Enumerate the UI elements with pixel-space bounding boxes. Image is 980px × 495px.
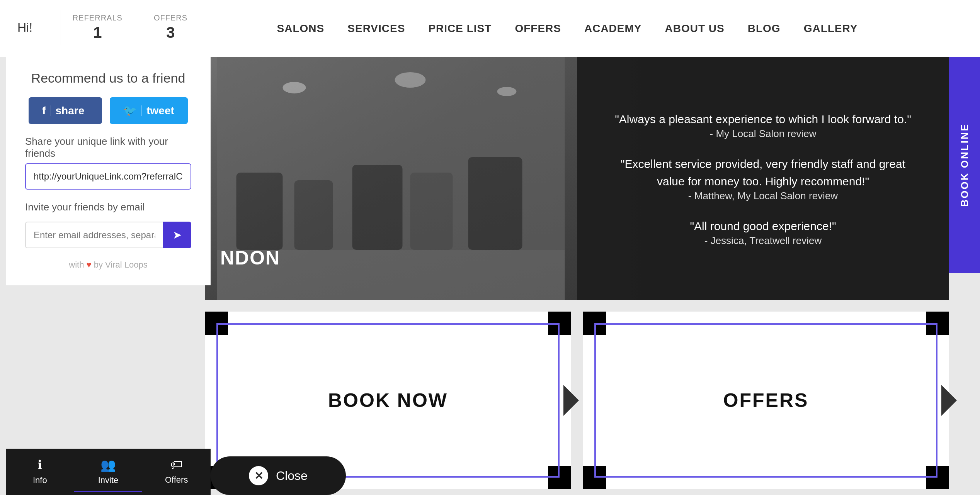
tab-info-label: Info xyxy=(33,475,47,485)
email-invite-section: Invite your friends by email ➤ xyxy=(25,201,191,248)
tab-invite-label: Invite xyxy=(98,475,119,485)
tab-info[interactable]: ℹ Info xyxy=(6,452,74,492)
nav-blog[interactable]: BLOG xyxy=(748,22,781,35)
review-2-source: - Matthew, My Local Salon review xyxy=(608,190,918,202)
nav-salons[interactable]: SALONS xyxy=(277,22,325,35)
viral-loops-credit: with ♥ by Viral Loops xyxy=(25,260,191,270)
review-3-quote: "All round good experience!" xyxy=(608,217,918,235)
email-input-row: ➤ xyxy=(25,222,191,248)
close-x-icon: ✕ xyxy=(249,466,268,485)
svg-rect-5 xyxy=(352,165,403,250)
offers-icon: 🏷 xyxy=(170,458,183,472)
offers-stat-label: OFFERS xyxy=(154,14,187,22)
close-button[interactable]: ✕ Close xyxy=(211,456,346,495)
review-3-source: - Jessica, Treatwell review xyxy=(608,235,918,247)
send-icon: ➤ xyxy=(173,229,182,241)
unique-link-section: Share your unique link with your friends xyxy=(25,136,191,190)
bottom-nav-tabs: ℹ Info 👥 Invite 🏷 Offers xyxy=(6,449,211,495)
svg-point-10 xyxy=(497,87,517,96)
greeting: Hi! xyxy=(17,20,53,35)
nav-offers[interactable]: OFFERS xyxy=(515,22,561,35)
review-1-quote: "Always a pleasant experience to which I… xyxy=(608,110,918,128)
referrals-label: REFERRALS xyxy=(73,14,122,22)
review-2-quote: "Excellent service provided, very friend… xyxy=(608,155,918,190)
review-1-source: - My Local Salon review xyxy=(608,128,918,140)
info-icon: ℹ xyxy=(37,458,42,472)
email-send-button[interactable]: ➤ xyxy=(163,222,191,248)
review-3: "All round good experience!" - Jessica, … xyxy=(608,217,918,247)
heart-icon: ♥ xyxy=(87,260,92,270)
location-tag: NDON xyxy=(220,247,280,269)
svg-point-8 xyxy=(283,82,306,93)
twitter-icon: 🐦 xyxy=(123,104,137,117)
referrals-value: 1 xyxy=(73,24,122,41)
nav-academy[interactable]: ACADEMY xyxy=(584,22,642,35)
book-online-button[interactable]: BOOK ONLINE xyxy=(949,57,980,273)
facebook-icon: f xyxy=(42,105,46,117)
divider xyxy=(51,105,51,116)
offers-stat: OFFERS 3 xyxy=(142,10,199,45)
facebook-share-button[interactable]: f share xyxy=(29,97,102,124)
referrals-stat: REFERRALS 1 xyxy=(61,10,134,45)
nav-aboutus[interactable]: ABOUT US xyxy=(665,22,725,35)
svg-rect-4 xyxy=(294,180,333,250)
tab-invite[interactable]: 👥 Invite xyxy=(74,452,143,492)
facebook-label: share xyxy=(56,105,85,117)
social-buttons: f share 🐦 tweet xyxy=(25,97,191,124)
offers-card[interactable]: OFFERS xyxy=(583,312,949,489)
svg-point-9 xyxy=(395,72,426,88)
referral-panel: Hi! REFERRALS 1 OFFERS 3 Recommend us to… xyxy=(6,0,211,285)
salon-photo: NDON xyxy=(205,57,577,300)
nav-pricelist[interactable]: PRICE LIST xyxy=(428,22,492,35)
salon-image-section: NDON "Always a pleasant experience to wh… xyxy=(205,57,949,300)
card-arrow-icon xyxy=(941,385,957,416)
invite-icon: 👥 xyxy=(100,458,116,472)
offers-stat-value: 3 xyxy=(154,24,187,41)
divider xyxy=(141,105,142,116)
book-online-label: BOOK ONLINE xyxy=(959,123,971,207)
unique-link-label: Share your unique link with your friends xyxy=(25,136,191,159)
review-2: "Excellent service provided, very friend… xyxy=(608,155,918,202)
twitter-label: tweet xyxy=(146,105,174,117)
email-invite-label: Invite your friends by email xyxy=(25,201,191,213)
reviews-section: "Always a pleasant experience to which I… xyxy=(577,57,949,300)
unique-link-input[interactable] xyxy=(25,163,191,190)
tab-offers[interactable]: 🏷 Offers xyxy=(142,452,211,492)
nav-services[interactable]: SERVICES xyxy=(347,22,405,35)
offers-label: OFFERS xyxy=(723,389,809,412)
email-input[interactable] xyxy=(25,222,163,248)
twitter-tweet-button[interactable]: 🐦 tweet xyxy=(110,97,188,124)
nav-gallery[interactable]: GALLERY xyxy=(804,22,858,35)
svg-rect-3 xyxy=(236,173,283,250)
close-label: Close xyxy=(276,469,308,483)
panel-header: Hi! REFERRALS 1 OFFERS 3 xyxy=(6,0,211,55)
review-1: "Always a pleasant experience to which I… xyxy=(608,110,918,140)
card-arrow-icon xyxy=(563,385,579,416)
tab-offers-label: Offers xyxy=(165,475,188,485)
svg-rect-6 xyxy=(410,173,453,250)
nav-links: SALONS SERVICES PRICE LIST OFFERS ACADEM… xyxy=(155,22,980,35)
panel-body: Recommend us to a friend f share 🐦 tweet… xyxy=(6,55,211,285)
svg-rect-7 xyxy=(468,157,522,250)
recommend-title: Recommend us to a friend xyxy=(25,71,191,86)
book-now-label: BOOK NOW xyxy=(328,389,448,412)
